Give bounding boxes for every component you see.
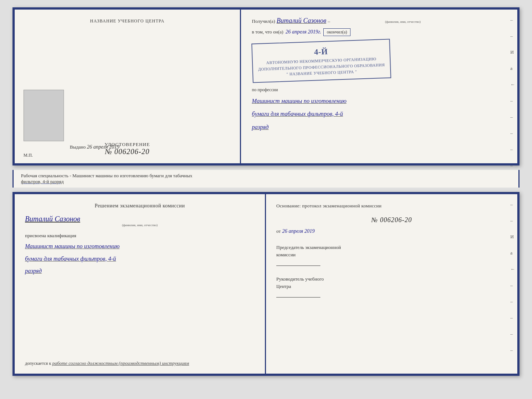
certificate-top: НАЗВАНИЕ УЧЕБНОГО ЦЕНТРА УДОСТОВЕРЕНИЕ №…	[12, 7, 520, 165]
predsedatel-block: Председатель экзаменационной комиссии	[276, 244, 507, 266]
dash-7: –	[510, 163, 515, 168]
annotation-line2: фильтров, 4-й разряд	[21, 179, 511, 185]
b-dash-3: –	[510, 282, 515, 288]
dash-3: –	[510, 98, 515, 104]
rukovoditel-signature-line	[276, 297, 320, 298]
b-a-label: а	[510, 250, 515, 256]
a-label: а	[510, 65, 515, 71]
bottom-fio-sub: (фамилия, имя, отчество)	[25, 223, 255, 227]
qual-line3: разряд	[25, 266, 255, 276]
stamp-block: 4-й АВТОНОМНУЮ НЕКОММЕРЧЕСКУЮ ОРГАНИЗАЦИ…	[251, 39, 391, 83]
b-arrow-label: ←	[510, 266, 515, 272]
osnovanie-text: Основание: протокол экзаменационной коми…	[276, 203, 507, 209]
bottom-fio-block: Виталий Сазонов (фамилия, имя, отчество)	[25, 215, 255, 227]
okonchil-box: окончил(а)	[323, 28, 350, 36]
right-dashes-top: – – И а ← – – – – –	[510, 17, 515, 168]
cert-bottom-right-panel: Основание: протокол экзаменационной коми…	[266, 194, 517, 374]
training-center-title: НАЗВАНИЕ УЧЕБНОГО ЦЕНТРА	[90, 18, 165, 24]
bottom-number-block: № 006206-20	[276, 216, 507, 224]
dash-2: –	[510, 33, 515, 39]
rukovoditel-block: Руководитель учебного Центра	[276, 275, 507, 298]
dopusk-text: работе согласно должностным (производств…	[52, 360, 189, 366]
right-dashes-bottom: – – И а ← – – – – –	[510, 202, 515, 353]
b-dash-6: –	[510, 331, 515, 337]
i-label: И	[510, 49, 515, 55]
vtom-line: в том, что он(а) 26 апреля 2019г. окончи…	[252, 28, 508, 36]
ot-line: от 26 апреля 2019	[276, 228, 507, 234]
ot-date: 26 апреля 2019	[282, 228, 314, 234]
dash-4: –	[510, 114, 515, 120]
profession-line1: Машинист машины по изготовлению	[252, 96, 508, 106]
dopusk-prefix: допускается к	[25, 361, 51, 366]
dopuskaetsya-block: допускается к работе согласно должностны…	[25, 360, 189, 366]
poluchil-line: Получил(а) Виталий Сазонов – (фамилия, и…	[252, 17, 508, 25]
rukovoditel-line1: Руководитель учебного	[276, 275, 507, 283]
b-dash-5: –	[510, 315, 515, 321]
profession-line2: бумаги для табачных фильтров, 4-й	[252, 109, 508, 119]
vydano-prefix: Выдано	[70, 144, 86, 150]
stamp-area: 4-й АВТОНОМНУЮ НЕКОММЕРЧЕСКУЮ ОРГАНИЗАЦИ…	[252, 40, 508, 82]
vtom-prefix: в том, что он(а)	[252, 29, 284, 35]
vtom-date: 26 апреля 2019г.	[285, 29, 321, 35]
prisvoyena-label: присвоена квалификация	[25, 233, 255, 239]
bottom-cert-number: № 006206-20	[371, 216, 412, 224]
dash-6: –	[510, 146, 515, 152]
vydano-line: Выдано 26 апреля 2019	[70, 144, 119, 150]
qual-line1: Машинист машины по изготовлению	[25, 242, 255, 251]
predsedatel-line1: Председатель экзаменационной	[276, 244, 507, 251]
po-professii-label: по профессии	[252, 87, 508, 93]
b-i-label: И	[510, 234, 515, 240]
cert-top-left-panel: НАЗВАНИЕ УЧЕБНОГО ЦЕНТРА УДОСТОВЕРЕНИЕ №…	[15, 10, 241, 163]
recipient-fio: Виталий Сазонов	[277, 17, 326, 25]
rukovoditel-line2: Центра	[276, 283, 507, 290]
fio-sublabel-top: (фамилия, имя, отчество)	[366, 20, 439, 24]
predsedatel-signature-line	[276, 266, 320, 266]
poluchil-prefix: Получил(а)	[252, 18, 275, 24]
predsedatel-line2: комиссии	[276, 251, 507, 259]
ot-prefix: от	[276, 228, 281, 234]
dash1: –	[328, 18, 330, 24]
dash-1: –	[510, 17, 515, 23]
dash-5: –	[510, 130, 515, 136]
profession-line3: разряд	[252, 122, 508, 132]
bottom-fio: Виталий Сазонов	[25, 215, 80, 223]
photo-placeholder	[24, 90, 64, 141]
vydano-date: 26 апреля 2019	[87, 144, 119, 150]
b-dash-2: –	[510, 218, 515, 224]
b-dash-7: –	[510, 347, 515, 353]
resheniyem-text: Решением экзаменационной комиссии	[25, 203, 255, 209]
qual-line2: бумаги для табачных фильтров, 4-й	[25, 254, 255, 264]
annotation-bar: Рабочая специальность - Машинист машины …	[12, 170, 520, 188]
b-dash-1: –	[510, 202, 515, 207]
mp-label: М.П.	[24, 153, 33, 158]
b-dash-4: –	[510, 299, 515, 304]
cert-bottom-left-panel: Решением экзаменационной комиссии Витали…	[15, 194, 266, 374]
cert-top-right-panel: Получил(а) Виталий Сазонов – (фамилия, и…	[241, 10, 517, 163]
arrow-label: ←	[510, 82, 515, 88]
certificate-bottom: Решением экзаменационной комиссии Витали…	[12, 192, 520, 376]
annotation-line1: Рабочая специальность - Машинист машины …	[21, 173, 511, 179]
